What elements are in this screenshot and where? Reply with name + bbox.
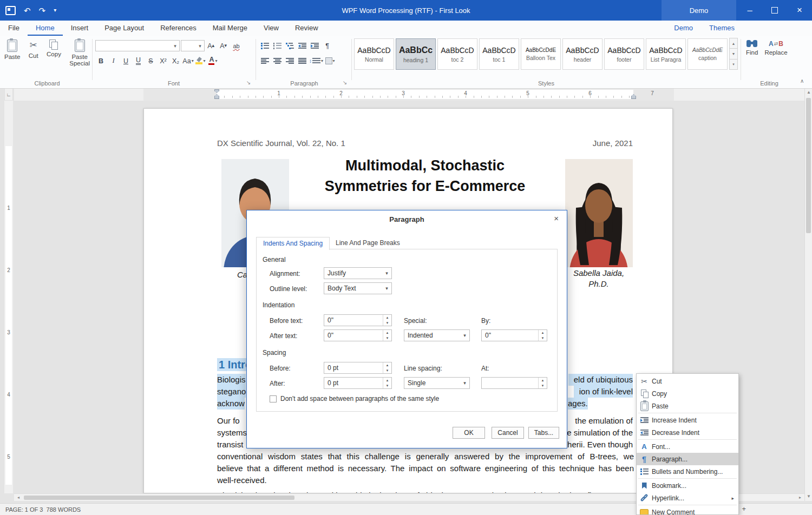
menu-item-decrease-indent[interactable]: Decrease Indent	[637, 426, 738, 439]
numbered-list-button[interactable]	[272, 40, 283, 51]
alignment-combo[interactable]: Justify ▾	[324, 267, 392, 279]
bold-button[interactable]: B	[95, 55, 107, 67]
copy-button[interactable]: Copy	[47, 39, 61, 67]
italic-button[interactable]: I	[108, 55, 119, 67]
double-underline-button[interactable]: U	[133, 55, 144, 67]
style-caption[interactable]: AaBbCcDdEcaption	[687, 38, 728, 70]
menu-item-cut[interactable]: ✂Cut	[637, 375, 738, 387]
spin-up-icon[interactable]: ▲	[383, 315, 391, 320]
align-right-button[interactable]	[284, 55, 296, 67]
close-button[interactable]: ×	[787, 0, 812, 21]
cut-button[interactable]: ✂ Cut	[29, 39, 38, 67]
menu-item-paste[interactable]: Paste	[637, 400, 738, 412]
menu-item-copy[interactable]: Copy	[637, 387, 738, 400]
style-balloon-text[interactable]: AaBbCcDdEBalloon Tex	[521, 38, 561, 70]
tab-view[interactable]: View	[256, 21, 287, 36]
style-header[interactable]: AaBbCcDheader	[562, 38, 603, 70]
font-size-combo[interactable]: ▾	[181, 40, 205, 51]
after-text-spinner[interactable]: 0" ▲▼	[324, 329, 392, 341]
horizontal-scroll-thumb[interactable]	[24, 496, 294, 500]
checkbox-box[interactable]	[270, 395, 277, 402]
paragraph-dialog-launcher-icon[interactable]: ↘	[341, 79, 349, 87]
same-style-checkbox[interactable]: Don't add space between paragraphs of th…	[270, 395, 439, 402]
highlight-button[interactable]: ▾	[195, 55, 206, 67]
menu-item-bullets-numbering[interactable]: Bullets and Numbering...	[637, 465, 738, 478]
menu-item-new-comment[interactable]: New Comment	[637, 506, 738, 515]
menu-item-font[interactable]: AFont...	[637, 440, 738, 453]
spin-up-icon[interactable]: ▲	[539, 330, 547, 335]
menu-item-bookmark[interactable]: Bookmark...	[637, 479, 738, 492]
tab-insert[interactable]: Insert	[63, 21, 97, 36]
font-name-combo[interactable]: ▾	[95, 40, 180, 51]
replace-button[interactable]: A⇄B Replace	[764, 39, 787, 56]
at-spinner[interactable]: ▲▼	[481, 377, 547, 389]
decrease-indent-button[interactable]	[297, 40, 308, 51]
tab-review[interactable]: Review	[287, 21, 326, 36]
gallery-down-button[interactable]: ▼	[729, 48, 738, 59]
tab-references[interactable]: References	[152, 21, 204, 36]
tab-page-layout[interactable]: Page Layout	[96, 21, 152, 36]
paste-special-button[interactable]: Paste Special	[69, 39, 90, 67]
paste-button[interactable]: Paste	[4, 39, 20, 67]
by-spinner[interactable]: 0" ▲▼	[481, 329, 547, 341]
tab-mail-merge[interactable]: Mail Merge	[205, 21, 256, 36]
spacing-before-spinner[interactable]: 0 pt ▲▼	[324, 362, 392, 374]
spin-up-icon[interactable]: ▲	[383, 330, 391, 335]
menu-item-hyperlink[interactable]: Hyperlink...▸	[637, 492, 738, 504]
font-color-button[interactable]: A▾	[207, 55, 219, 67]
subscript-button[interactable]: X₂	[170, 55, 181, 67]
collapse-ribbon-icon[interactable]: ∧	[800, 78, 804, 84]
align-left-button[interactable]	[259, 55, 271, 67]
style-normal[interactable]: AaBbCcDNormal	[354, 38, 394, 70]
vertical-scroll-thumb[interactable]	[806, 98, 811, 233]
zoom-in-button[interactable]: +	[742, 505, 746, 513]
style-footer[interactable]: AaBbCcDfooter	[604, 38, 644, 70]
spin-up-icon[interactable]: ▲	[539, 378, 547, 383]
scroll-down-icon[interactable]: ▼	[805, 493, 812, 500]
superscript-button[interactable]: X²	[158, 55, 169, 67]
tab-themes[interactable]: Themes	[701, 21, 743, 36]
tab-line-and-page-breaks[interactable]: Line And Page Breaks	[329, 237, 407, 249]
style-heading-1[interactable]: AaBbCcheading 1	[396, 38, 436, 70]
menu-item-increase-indent[interactable]: Increase Indent	[637, 414, 738, 426]
scroll-right-icon[interactable]: ▸	[796, 494, 804, 501]
tab-indents-and-spacing[interactable]: Indents And Spacing	[256, 237, 330, 250]
spin-down-icon[interactable]: ▼	[383, 368, 391, 373]
scroll-up-icon[interactable]: ▲	[805, 89, 812, 96]
tabs-button[interactable]: Tabs...	[528, 427, 559, 439]
minimize-button[interactable]: ─	[737, 0, 762, 21]
increase-indent-button[interactable]	[309, 40, 320, 51]
line-spacing-button[interactable]: ↕▾	[309, 55, 323, 67]
line-spacing-combo[interactable]: Single ▾	[404, 377, 470, 389]
spin-up-icon[interactable]: ▲	[383, 362, 391, 368]
gallery-up-button[interactable]: ▲	[729, 38, 738, 49]
shading-button[interactable]: ▾	[324, 55, 336, 67]
spin-down-icon[interactable]: ▼	[539, 383, 547, 388]
scroll-left-icon[interactable]: ◂	[15, 494, 22, 501]
style-list-paragraph[interactable]: AaBbCcDList Paragra	[646, 38, 686, 70]
undo-icon[interactable]: ↶	[24, 6, 31, 15]
close-icon[interactable]: ×	[554, 214, 559, 222]
vertical-scrollbar[interactable]: ▲ ▼	[804, 88, 812, 501]
multilevel-list-button[interactable]	[284, 40, 296, 51]
app-icon[interactable]	[5, 6, 16, 15]
tab-demo[interactable]: Demo	[666, 21, 701, 36]
find-button[interactable]: Find	[746, 39, 758, 56]
tab-home[interactable]: Home	[28, 21, 63, 36]
maximize-button[interactable]	[762, 0, 787, 21]
outline-level-combo[interactable]: Body Text ▾	[324, 282, 392, 294]
justify-button[interactable]	[297, 55, 308, 67]
before-text-spinner[interactable]: 0" ▲▼	[324, 314, 392, 326]
shrink-font-button[interactable]: A▼	[218, 40, 230, 51]
redo-icon[interactable]: ↷	[39, 6, 46, 15]
qat-customize-chevron-icon[interactable]: ▾	[54, 8, 56, 13]
bullet-list-button[interactable]	[259, 40, 271, 51]
ok-button[interactable]: OK	[453, 427, 485, 439]
grow-font-button[interactable]: A▲	[206, 40, 217, 51]
special-combo[interactable]: Indented ▾	[404, 329, 470, 341]
spin-down-icon[interactable]: ▼	[383, 335, 391, 341]
spin-down-icon[interactable]: ▼	[383, 320, 391, 326]
spin-down-icon[interactable]: ▼	[383, 383, 391, 388]
style-toc-1[interactable]: AaBbCcDtoc 1	[479, 38, 519, 70]
change-case-button[interactable]: Aa▾	[182, 55, 194, 67]
